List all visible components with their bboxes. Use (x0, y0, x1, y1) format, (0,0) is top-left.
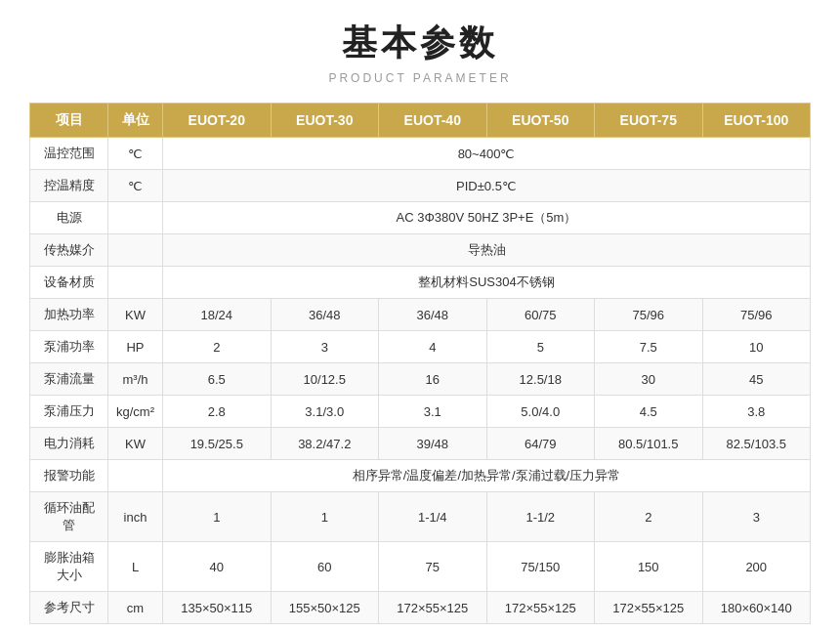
cell-euot75: 150 (595, 542, 703, 592)
column-header-euot100: EUOT-100 (702, 104, 811, 138)
table-row: 报警功能相序异常/温度偏差/加热异常/泵浦过载/压力异常 (30, 460, 811, 492)
cell-euot30: 3.1/3.0 (271, 396, 379, 428)
cell-unit (108, 234, 163, 267)
table-row: 电源AC 3Φ380V 50HZ 3P+E（5m） (30, 202, 811, 234)
cell-item: 参考尺寸 (30, 592, 108, 624)
cell-euot100: 45 (702, 363, 811, 396)
cell-euot40: 16 (379, 363, 487, 396)
column-header-euot20: EUOT-20 (163, 104, 272, 138)
cell-euot75: 75/96 (595, 299, 703, 331)
cell-unit (108, 267, 163, 299)
cell-euot50: 5.0/4.0 (486, 396, 595, 428)
cell-item: 循环油配管 (30, 492, 108, 542)
cell-euot100: 3 (702, 492, 811, 542)
column-header-euot40: EUOT-40 (379, 104, 487, 138)
cell-euot50: 12.5/18 (486, 363, 595, 396)
cell-euot30: 60 (271, 542, 379, 592)
cell-item: 温控范围 (30, 138, 108, 170)
cell-euot50: 5 (486, 331, 595, 363)
cell-euot40: 36/48 (379, 299, 487, 331)
page-title: 基本参数 (342, 20, 498, 67)
table-row: 膨胀油箱大小L40607575/150150200 (30, 542, 811, 592)
cell-euot100: 75/96 (702, 299, 811, 331)
cell-euot40: 39/48 (379, 428, 487, 460)
cell-unit: HP (108, 331, 163, 363)
cell-euot100: 3.8 (702, 396, 811, 428)
cell-euot20: 6.5 (163, 363, 272, 396)
cell-item: 传热媒介 (30, 234, 108, 267)
cell-euot20: 2.8 (163, 396, 272, 428)
cell-euot30: 38.2/47.2 (271, 428, 379, 460)
cell-item: 加热功率 (30, 299, 108, 331)
cell-euot50: 75/150 (486, 542, 595, 592)
cell-euot20: 18/24 (163, 299, 272, 331)
cell-euot100: 82.5/103.5 (702, 428, 811, 460)
cell-euot75: 30 (595, 363, 703, 396)
cell-unit (108, 460, 163, 492)
table-row: 传热媒介导热油 (30, 234, 811, 267)
cell-euot20: 2 (163, 331, 272, 363)
table-row: 泵浦压力kg/cm²2.83.1/3.03.15.0/4.04.53.8 (30, 396, 811, 428)
table-row: 温控范围℃80~400℃ (30, 138, 811, 170)
cell-merged-value: 导热油 (163, 234, 811, 267)
cell-euot100: 180×60×140 (702, 592, 811, 624)
cell-unit: m³/h (108, 363, 163, 396)
cell-euot20: 40 (163, 542, 272, 592)
cell-unit (108, 202, 163, 234)
table-row: 泵浦功率HP23457.510 (30, 331, 811, 363)
cell-merged-value: 相序异常/温度偏差/加热异常/泵浦过载/压力异常 (163, 460, 811, 492)
cell-item: 电源 (30, 202, 108, 234)
cell-unit: cm (108, 592, 163, 624)
cell-euot75: 7.5 (595, 331, 703, 363)
cell-euot75: 4.5 (595, 396, 703, 428)
cell-item: 设备材质 (30, 267, 108, 299)
cell-item: 控温精度 (30, 170, 108, 202)
cell-euot20: 19.5/25.5 (163, 428, 272, 460)
cell-euot30: 10/12.5 (271, 363, 379, 396)
params-table: 项目单位EUOT-20EUOT-30EUOT-40EUOT-50EUOT-75E… (29, 103, 811, 624)
cell-euot40: 172×55×125 (379, 592, 487, 624)
column-header-item: 项目 (30, 104, 108, 138)
cell-euot50: 64/79 (486, 428, 595, 460)
column-header-unit: 单位 (108, 104, 163, 138)
cell-euot40: 3.1 (379, 396, 487, 428)
table-row: 参考尺寸cm135×50×115155×50×125172×55×125172×… (30, 592, 811, 624)
cell-merged-value: AC 3Φ380V 50HZ 3P+E（5m） (163, 202, 811, 234)
column-header-euot75: EUOT-75 (595, 104, 703, 138)
cell-unit: L (108, 542, 163, 592)
table-row: 控温精度℃PID±0.5℃ (30, 170, 811, 202)
cell-euot40: 75 (379, 542, 487, 592)
column-header-euot30: EUOT-30 (271, 104, 379, 138)
table-row: 电力消耗KW19.5/25.538.2/47.239/4864/7980.5/1… (30, 428, 811, 460)
cell-item: 泵浦流量 (30, 363, 108, 396)
cell-euot30: 3 (271, 331, 379, 363)
cell-item: 泵浦功率 (30, 331, 108, 363)
cell-euot20: 1 (163, 492, 272, 542)
cell-euot100: 10 (702, 331, 811, 363)
cell-euot40: 4 (379, 331, 487, 363)
page-subtitle: PRODUCT PARAMETER (328, 71, 511, 85)
table-row: 设备材质整机材料SUS304不锈钢 (30, 267, 811, 299)
cell-euot30: 1 (271, 492, 379, 542)
cell-unit: inch (108, 492, 163, 542)
cell-euot30: 36/48 (271, 299, 379, 331)
cell-merged-value: 整机材料SUS304不锈钢 (163, 267, 811, 299)
cell-unit: ℃ (108, 138, 163, 170)
cell-unit: kg/cm² (108, 396, 163, 428)
cell-item: 膨胀油箱大小 (30, 542, 108, 592)
column-header-euot50: EUOT-50 (486, 104, 595, 138)
cell-euot75: 80.5/101.5 (595, 428, 703, 460)
cell-unit: ℃ (108, 170, 163, 202)
cell-euot100: 200 (702, 542, 811, 592)
cell-item: 电力消耗 (30, 428, 108, 460)
cell-item: 泵浦压力 (30, 396, 108, 428)
cell-euot75: 2 (595, 492, 703, 542)
cell-euot50: 172×55×125 (486, 592, 595, 624)
cell-merged-value: PID±0.5℃ (163, 170, 811, 202)
cell-euot30: 155×50×125 (271, 592, 379, 624)
cell-euot40: 1-1/4 (379, 492, 487, 542)
cell-euot20: 135×50×115 (163, 592, 272, 624)
cell-euot75: 172×55×125 (595, 592, 703, 624)
cell-item: 报警功能 (30, 460, 108, 492)
cell-unit: KW (108, 299, 163, 331)
